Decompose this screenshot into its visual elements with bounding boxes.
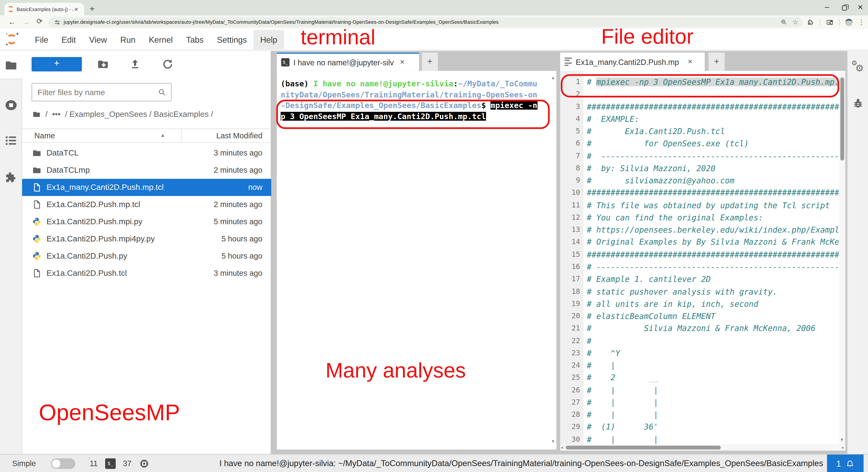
editor-line-9[interactable]: 9# silviamazzoni@yahoo.com bbox=[560, 176, 845, 189]
kernel-chip-icon[interactable] bbox=[139, 459, 150, 469]
browser-new-tab-button[interactable]: + bbox=[90, 5, 94, 13]
table-of-contents-icon[interactable] bbox=[4, 134, 18, 147]
refresh-icon[interactable] bbox=[162, 58, 174, 70]
debugger-bug-icon[interactable] bbox=[852, 97, 864, 109]
editor-scroll-down-icon[interactable]: ▼ bbox=[840, 437, 844, 442]
zoom-in-icon[interactable] bbox=[781, 19, 787, 25]
menu-settings[interactable]: Settings bbox=[210, 30, 254, 49]
bell-icon[interactable] bbox=[846, 459, 854, 468]
browser-tab[interactable]: BasicExamples (auto-j) - Jupyter ✕ bbox=[4, 3, 84, 15]
terminal-tab[interactable]: $_ I have no name!@jupyter-silv ✕ bbox=[277, 53, 419, 71]
terminal-status-icon[interactable]: $_ bbox=[105, 459, 116, 469]
editor-line-16[interactable]: 16# ------------------------------------… bbox=[560, 262, 845, 275]
editor-line-21[interactable]: 21# Silvia Mazzoni & Frank McKenna, 2006 bbox=[560, 324, 845, 336]
terminal-scroll-down-icon[interactable]: ▼ bbox=[551, 439, 555, 444]
menu-view[interactable]: View bbox=[83, 30, 114, 49]
editor-line-24[interactable]: 24# | bbox=[560, 361, 845, 373]
site-settings-icon[interactable] bbox=[54, 20, 60, 26]
extensions-icon[interactable] bbox=[807, 19, 814, 26]
editor-line-3[interactable]: 3#######################################… bbox=[560, 102, 845, 115]
profile-avatar[interactable] bbox=[845, 19, 852, 26]
upload-icon[interactable] bbox=[129, 58, 141, 70]
new-launcher-button[interactable]: + bbox=[32, 57, 82, 71]
editor-line-18[interactable]: 18# static pushover analysis with gravit… bbox=[560, 287, 845, 300]
terminal-scroll-up-icon[interactable]: ▲ bbox=[551, 75, 555, 80]
terminal-tab-close-icon[interactable]: ✕ bbox=[400, 59, 405, 66]
file-row-Ex1a.Canti2D.Push.mpi.py[interactable]: Ex1a.Canti2D.Push.mpi.py5 minutes ago bbox=[22, 213, 271, 230]
editor-line-20[interactable]: 20# elasticBeamColumn ELEMENT bbox=[560, 312, 845, 324]
simple-mode-toggle[interactable] bbox=[51, 459, 75, 469]
editor-scroll-right-icon[interactable]: ▸ bbox=[842, 445, 844, 450]
file-row-DataTCL[interactable]: DataTCL3 minutes ago bbox=[22, 145, 271, 162]
file-browser-icon[interactable] bbox=[4, 59, 18, 72]
file-row-Ex1a.Canti2D.Push.mpi4py.py[interactable]: Ex1a.Canti2D.Push.mpi4py.py5 hours ago bbox=[22, 230, 271, 248]
editor-vscroll-thumb[interactable] bbox=[840, 77, 844, 160]
forward-button[interactable]: → bbox=[23, 18, 30, 26]
menu-file[interactable]: File bbox=[28, 30, 55, 49]
editor-horizontal-scrollbar[interactable]: ◂ ▸ bbox=[560, 445, 845, 451]
browser-tab-close-icon[interactable]: ✕ bbox=[74, 6, 78, 12]
menu-tabs[interactable]: Tabs bbox=[180, 30, 210, 49]
editor-line-26[interactable]: 26# | | bbox=[560, 386, 845, 398]
new-folder-icon[interactable] bbox=[97, 58, 109, 70]
editor-line-6[interactable]: 6# for OpenSees.exe (tcl) bbox=[560, 139, 845, 152]
editor-line-11[interactable]: 11# This file was obtained by updating t… bbox=[560, 201, 845, 213]
editor-line-25[interactable]: 25# 2 __ bbox=[560, 373, 845, 386]
url-text[interactable]: jupyter.designsafe-ci.org/user/silvia/la… bbox=[64, 20, 499, 25]
editor-line-13[interactable]: 13# https://opensees.berkeley.edu/wiki/i… bbox=[560, 225, 845, 238]
file-row-Ex1a_many.Canti2D.Push.mp.tcl[interactable]: Ex1a_many.Canti2D.Push.mp.tclnow bbox=[22, 179, 271, 196]
editor-line-10[interactable]: 10######################################… bbox=[560, 189, 845, 201]
terminal-new-tab-button[interactable]: + bbox=[422, 53, 438, 71]
column-name[interactable]: Name bbox=[34, 131, 55, 140]
editor-line-27[interactable]: 27# | | bbox=[560, 398, 845, 410]
menu-kernel[interactable]: Kernel bbox=[142, 30, 180, 49]
editor-line-12[interactable]: 12# You can find the original Examples: bbox=[560, 213, 845, 226]
filter-files-box[interactable] bbox=[32, 83, 172, 101]
breadcrumb[interactable]: / ••• / Examples_OpenSees / BasicExample… bbox=[32, 108, 213, 120]
editor-line-17[interactable]: 17# Example 1. cantilever 2D bbox=[560, 275, 845, 287]
editor-line-22[interactable]: 22# bbox=[560, 336, 845, 349]
notification-area[interactable]: 1 bbox=[827, 454, 864, 472]
editor-line-7[interactable]: 7# -------------------------------------… bbox=[560, 152, 845, 164]
filter-files-input[interactable] bbox=[32, 88, 158, 97]
editor-line-15[interactable]: 15######################################… bbox=[560, 250, 845, 262]
file-list-header[interactable]: Name ▲ Last Modified bbox=[22, 128, 271, 143]
breadcrumb-path[interactable]: / ••• / Examples_OpenSees / BasicExample… bbox=[45, 109, 213, 119]
window-restore-button[interactable] bbox=[842, 5, 847, 10]
back-button[interactable]: ← bbox=[8, 18, 16, 26]
editor-hscroll-thumb[interactable] bbox=[566, 445, 721, 449]
editor-tab[interactable]: Ex1a_many.Canti2D.Push.mp ✕ bbox=[560, 53, 705, 71]
file-row-Ex1a.Canti2D.Push.py[interactable]: Ex1a.Canti2D.Push.py5 hours ago bbox=[22, 248, 271, 265]
menu-edit[interactable]: Edit bbox=[55, 30, 83, 49]
running-kernels-icon[interactable] bbox=[4, 99, 18, 112]
menu-run[interactable]: Run bbox=[114, 30, 142, 49]
editor-line-14[interactable]: 14# Original Examples by By Silvia Mazzo… bbox=[560, 238, 845, 250]
editor-line-28[interactable]: 28# | | bbox=[560, 410, 845, 423]
editor-tab-close-icon[interactable]: ✕ bbox=[688, 58, 693, 65]
editor-scroll-left-icon[interactable]: ◂ bbox=[561, 445, 563, 450]
sort-caret-icon[interactable]: ▲ bbox=[160, 133, 165, 138]
editor-line-8[interactable]: 8# by: Silvia Mazzoni, 2020 bbox=[560, 164, 845, 176]
file-row-Ex1a.Canti2D.Push.tcl[interactable]: Ex1a.Canti2D.Push.tcl3 minutes ago bbox=[22, 265, 271, 282]
window-close-button[interactable]: ✕ bbox=[857, 3, 863, 11]
bookmark-star-icon[interactable]: ☆ bbox=[792, 18, 798, 26]
window-minimize-button[interactable]: – bbox=[825, 2, 829, 11]
file-row-Ex1a.Canti2D.Push.mp.tcl[interactable]: Ex1a.Canti2D.Push.mp.tcl2 minutes ago bbox=[22, 196, 271, 213]
editor-line-30[interactable]: 30# | | bbox=[560, 435, 845, 444]
editor-line-5[interactable]: 5# Ex1a.Canti2D.Push.tcl bbox=[560, 127, 845, 139]
editor-new-tab-button[interactable]: + bbox=[709, 53, 725, 71]
home-folder-icon[interactable] bbox=[32, 110, 41, 118]
editor-line-23[interactable]: 23# ^Y bbox=[560, 349, 845, 361]
editor-vertical-scrollbar[interactable]: ▼ bbox=[839, 71, 845, 444]
extension-manager-icon[interactable] bbox=[4, 170, 18, 184]
chrome-menu-icon[interactable]: ⋮ bbox=[858, 18, 865, 26]
reload-button[interactable]: ⟳ bbox=[37, 17, 43, 26]
column-last-modified[interactable]: Last Modified bbox=[216, 131, 262, 140]
editor-line-19[interactable]: 19# all units are in kip, inch, second bbox=[560, 299, 845, 312]
file-row-DataTCLmp[interactable]: DataTCLmp2 minutes ago bbox=[22, 162, 271, 179]
editor-content[interactable]: 1# mpiexec -np 3 OpenSeesMP Ex1a_many.Ca… bbox=[560, 71, 845, 444]
editor-line-29[interactable]: 29# (1) 36' bbox=[560, 423, 845, 435]
search-tabs-icon[interactable] bbox=[826, 19, 834, 26]
editor-line-4[interactable]: 4# EXAMPLE: bbox=[560, 115, 845, 127]
menu-help[interactable]: Help bbox=[254, 30, 284, 49]
